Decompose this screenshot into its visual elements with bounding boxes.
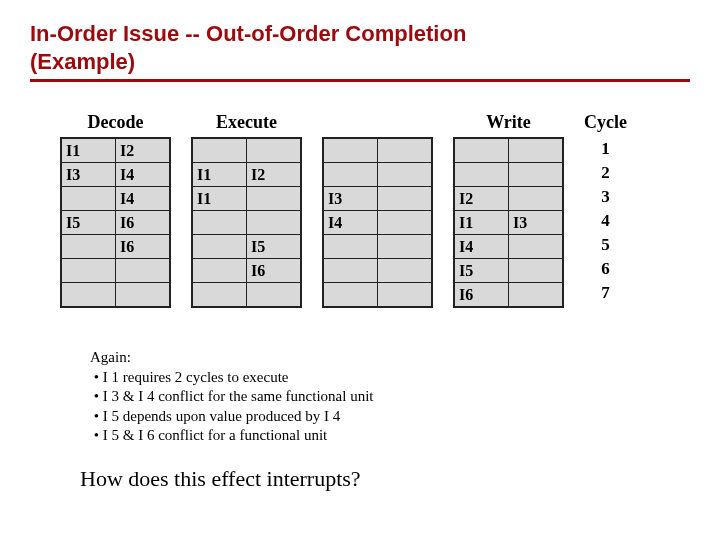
cycle-table: 1 2 3 4 5 6 7 (589, 137, 621, 305)
title-underline (30, 79, 690, 82)
write-table: I2 I1I3 I4 I5 I6 (453, 137, 564, 308)
table-row: I5 (192, 235, 301, 259)
decode-stage: Decode I1I2 I3I4 I4 I5I6 I6 (60, 112, 171, 308)
note-line: • I 3 & I 4 conflict for the same functi… (90, 387, 690, 407)
table-row: I3I4 (61, 163, 170, 187)
table-row (192, 283, 301, 308)
table-row: I6 (192, 259, 301, 283)
execute-stage: Execute I1I2 I1 I5 I6 (191, 112, 302, 308)
notes-heading: Again: (90, 348, 690, 368)
table-row (323, 138, 432, 163)
note-line: • I 5 depends upon value produced by I 4 (90, 407, 690, 427)
table-row: I3 (323, 187, 432, 211)
execute-extra-header (375, 112, 380, 133)
execute-stage-extra: I3 I4 (322, 112, 433, 308)
table-row: I1I3 (454, 211, 563, 235)
execute-header: Execute (216, 112, 277, 133)
table-row: I1I2 (61, 138, 170, 163)
table-row (323, 235, 432, 259)
table-row (192, 138, 301, 163)
table-row (323, 283, 432, 308)
table-row: 2 (589, 161, 621, 185)
table-row (323, 163, 432, 187)
table-row: I5I6 (61, 211, 170, 235)
table-row (61, 283, 170, 308)
write-stage: Write I2 I1I3 I4 I5 I6 (453, 112, 564, 308)
cycle-header: Cycle (584, 112, 627, 133)
question-text: How does this effect interrupts? (80, 466, 690, 492)
notes-block: Again: • I 1 requires 2 cycles to execut… (90, 348, 690, 446)
decode-table: I1I2 I3I4 I4 I5I6 I6 (60, 137, 171, 308)
table-row (61, 259, 170, 283)
table-row: I6 (61, 235, 170, 259)
title-line-1: In-Order Issue -- Out-of-Order Completio… (30, 21, 466, 46)
table-row (323, 259, 432, 283)
write-header: Write (486, 112, 531, 133)
table-row: I6 (454, 283, 563, 308)
note-line: • I 1 requires 2 cycles to execute (90, 368, 690, 388)
table-row: I4 (323, 211, 432, 235)
title-line-2: (Example) (30, 49, 135, 74)
table-row: 6 (589, 257, 621, 281)
pipeline-tables: Decode I1I2 I3I4 I4 I5I6 I6 Execute I1I2… (60, 112, 690, 308)
table-row (454, 163, 563, 187)
table-row: I1I2 (192, 163, 301, 187)
table-row: 5 (589, 233, 621, 257)
table-row: I2 (454, 187, 563, 211)
table-row: I1 (192, 187, 301, 211)
table-row: 3 (589, 185, 621, 209)
execute-table-a: I1I2 I1 I5 I6 (191, 137, 302, 308)
table-row (454, 138, 563, 163)
table-row (192, 211, 301, 235)
table-row: 4 (589, 209, 621, 233)
table-row: 7 (589, 281, 621, 305)
table-row: 1 (589, 137, 621, 161)
decode-header: Decode (88, 112, 144, 133)
note-line: • I 5 & I 6 conflict for a functional un… (90, 426, 690, 446)
cycle-stage: Cycle 1 2 3 4 5 6 7 (584, 112, 627, 305)
table-row: I4 (61, 187, 170, 211)
table-row: I5 (454, 259, 563, 283)
slide-title: In-Order Issue -- Out-of-Order Completio… (30, 20, 690, 75)
table-row: I4 (454, 235, 563, 259)
execute-extra-table: I3 I4 (322, 137, 433, 308)
